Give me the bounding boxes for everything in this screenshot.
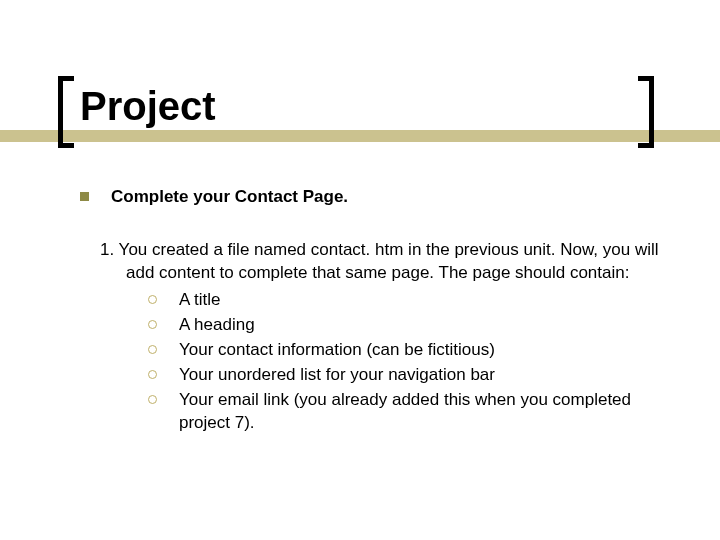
list-item: Your unordered list for your navigation … [148, 364, 660, 387]
sub-list: A title A heading Your contact informati… [80, 289, 660, 435]
numbered-prefix: 1. [100, 240, 114, 259]
sub-item-text: Your email link (you already added this … [179, 389, 660, 435]
numbered-item: 1. You created a file named contact. htm… [80, 239, 660, 435]
title-bracket-left [58, 76, 74, 148]
circle-bullet-icon [148, 320, 157, 329]
circle-bullet-icon [148, 345, 157, 354]
main-bullet-text: Complete your Contact Page. [111, 186, 348, 209]
sub-item-text: A title [179, 289, 221, 312]
main-bullet-row: Complete your Contact Page. [80, 186, 660, 209]
numbered-text: 1. You created a file named contact. htm… [80, 239, 660, 285]
accent-band [0, 130, 720, 142]
circle-bullet-icon [148, 295, 157, 304]
slide-body: Complete your Contact Page. 1. You creat… [80, 186, 660, 436]
list-item: Your email link (you already added this … [148, 389, 660, 435]
numbered-body: You created a file named contact. htm in… [119, 240, 659, 282]
circle-bullet-icon [148, 395, 157, 404]
list-item: Your contact information (can be fictiti… [148, 339, 660, 362]
slide: Project Complete your Contact Page. 1. Y… [0, 0, 720, 540]
sub-item-text: Your contact information (can be fictiti… [179, 339, 495, 362]
circle-bullet-icon [148, 370, 157, 379]
sub-item-text: A heading [179, 314, 255, 337]
slide-title: Project [80, 84, 216, 129]
title-bracket-right [638, 76, 654, 148]
square-bullet-icon [80, 192, 89, 201]
sub-item-text: Your unordered list for your navigation … [179, 364, 495, 387]
list-item: A heading [148, 314, 660, 337]
list-item: A title [148, 289, 660, 312]
